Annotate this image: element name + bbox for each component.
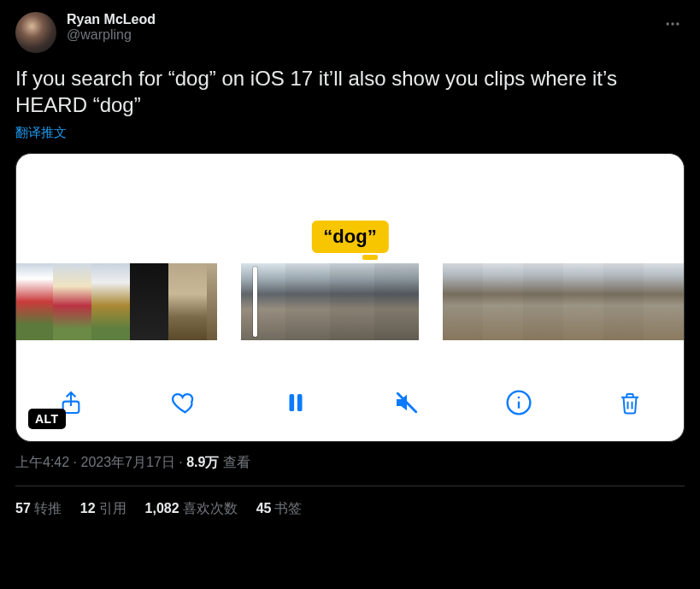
views-label: 查看 bbox=[219, 455, 250, 469]
clip-thumbnail[interactable] bbox=[523, 263, 563, 340]
clip-thumbnail[interactable] bbox=[53, 263, 91, 340]
clip-thumbnail[interactable] bbox=[207, 263, 217, 340]
clip-thumbnail[interactable] bbox=[285, 263, 330, 340]
engagement-stats: 57转推 12引用 1,082喜欢次数 45书签 bbox=[15, 486, 685, 518]
bookmarks-stat[interactable]: 45书签 bbox=[256, 500, 303, 518]
pause-button[interactable] bbox=[278, 385, 314, 421]
media-controls bbox=[16, 380, 684, 426]
clip-group-1[interactable] bbox=[15, 263, 217, 340]
quotes-stat[interactable]: 12引用 bbox=[80, 500, 126, 518]
clip-thumbnail[interactable] bbox=[241, 263, 285, 340]
svg-point-2 bbox=[676, 22, 679, 25]
svg-rect-4 bbox=[290, 394, 295, 411]
clip-thumbnail[interactable] bbox=[168, 263, 207, 340]
svg-point-9 bbox=[518, 397, 521, 399]
tweet-time: 上午4:42 bbox=[15, 455, 69, 469]
pause-icon bbox=[283, 390, 309, 415]
likes-count: 1,082 bbox=[145, 501, 179, 515]
trash-icon bbox=[617, 389, 643, 416]
more-icon bbox=[664, 15, 681, 32]
retweets-count: 57 bbox=[15, 501, 31, 515]
author-display-name: Ryan McLeod bbox=[67, 12, 650, 27]
search-term-bubble: “dog” bbox=[311, 221, 388, 253]
clip-thumbnail[interactable] bbox=[483, 263, 523, 340]
media-attachment[interactable]: “dog” bbox=[15, 153, 685, 442]
likes-stat[interactable]: 1,082喜欢次数 bbox=[145, 500, 238, 518]
quotes-count: 12 bbox=[80, 501, 96, 515]
author-names[interactable]: Ryan McLeod @warpling bbox=[67, 12, 650, 43]
svg-point-0 bbox=[667, 22, 669, 25]
bookmarks-count: 45 bbox=[256, 501, 272, 515]
clip-thumbnail[interactable] bbox=[603, 263, 644, 340]
retweets-stat[interactable]: 57转推 bbox=[15, 500, 62, 518]
delete-button[interactable] bbox=[612, 384, 648, 421]
tweet-header: Ryan McLeod @warpling bbox=[15, 12, 685, 53]
quotes-label: 引用 bbox=[99, 501, 126, 515]
tweet-text: If you search for “dog” on iOS 17 it’ll … bbox=[15, 65, 685, 118]
views-count: 8.9万 bbox=[186, 455, 219, 469]
clip-thumbnail[interactable] bbox=[443, 263, 483, 340]
info-icon bbox=[505, 389, 532, 416]
alt-badge[interactable]: ALT bbox=[28, 409, 66, 429]
clip-thumbnail[interactable] bbox=[563, 263, 603, 340]
translate-link[interactable]: 翻译推文 bbox=[15, 125, 67, 141]
playhead-marker bbox=[362, 255, 378, 260]
clip-thumbnail[interactable] bbox=[130, 263, 168, 340]
avatar[interactable] bbox=[15, 12, 56, 53]
clip-thumbnail[interactable] bbox=[644, 263, 684, 340]
video-timeline[interactable] bbox=[16, 263, 684, 340]
more-button[interactable] bbox=[661, 12, 685, 36]
likes-label: 喜欢次数 bbox=[183, 501, 238, 515]
svg-rect-5 bbox=[297, 394, 303, 411]
info-button[interactable] bbox=[500, 384, 538, 421]
clip-thumbnail[interactable] bbox=[91, 263, 130, 340]
tweet-date: 2023年7月17日 bbox=[80, 455, 174, 469]
mute-icon bbox=[393, 389, 421, 416]
clip-group-3[interactable] bbox=[443, 263, 684, 340]
clip-group-2-active[interactable] bbox=[241, 263, 419, 340]
bookmarks-label: 书签 bbox=[274, 501, 302, 515]
retweets-label: 转推 bbox=[34, 501, 62, 515]
svg-point-1 bbox=[671, 22, 674, 25]
like-button[interactable] bbox=[164, 383, 203, 422]
tweet-container: Ryan McLeod @warpling If you search for … bbox=[0, 0, 700, 527]
tweet-meta[interactable]: 上午4:422023年7月17日8.9万 查看 bbox=[15, 454, 685, 472]
heart-icon bbox=[169, 388, 198, 417]
playhead[interactable] bbox=[253, 267, 257, 337]
clip-thumbnail[interactable] bbox=[330, 263, 374, 340]
author-handle: @warpling bbox=[67, 27, 650, 43]
clip-thumbnail[interactable] bbox=[374, 263, 419, 340]
mute-button[interactable] bbox=[388, 384, 426, 421]
clip-thumbnail[interactable] bbox=[15, 263, 53, 340]
